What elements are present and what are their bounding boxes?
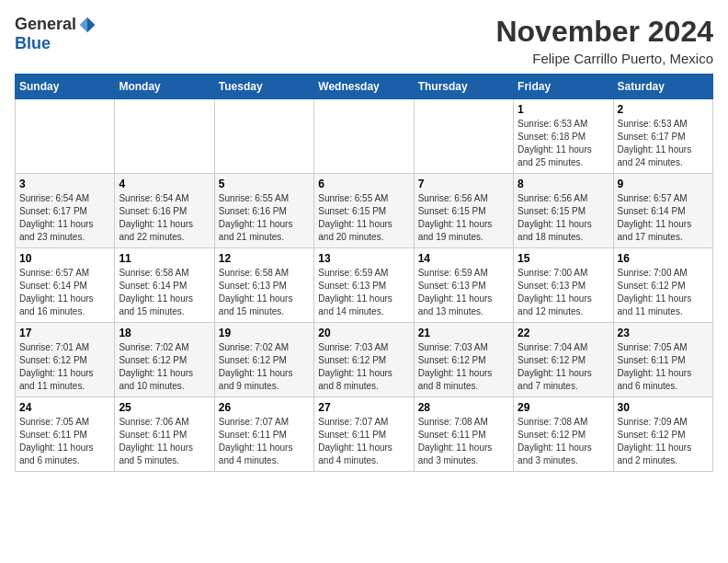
calendar-cell: 12Sunrise: 6:58 AM Sunset: 6:13 PM Dayli… (214, 248, 313, 323)
day-detail: Sunrise: 6:58 AM Sunset: 6:13 PM Dayligh… (219, 267, 310, 318)
calendar-cell: 30Sunrise: 7:09 AM Sunset: 6:12 PM Dayli… (613, 397, 712, 472)
day-detail: Sunrise: 7:07 AM Sunset: 6:11 PM Dayligh… (318, 416, 409, 467)
day-number: 12 (219, 252, 310, 265)
calendar-cell: 25Sunrise: 7:06 AM Sunset: 6:11 PM Dayli… (115, 397, 214, 472)
svg-marker-1 (80, 17, 87, 32)
day-number: 21 (418, 327, 509, 339)
week-row-4: 17Sunrise: 7:01 AM Sunset: 6:12 PM Dayli… (16, 323, 713, 397)
day-detail: Sunrise: 7:03 AM Sunset: 6:12 PM Dayligh… (418, 341, 509, 393)
day-number: 11 (119, 252, 210, 265)
day-number: 8 (518, 178, 609, 190)
day-number: 28 (418, 401, 509, 414)
calendar-cell: 23Sunrise: 7:05 AM Sunset: 6:11 PM Dayli… (613, 323, 712, 397)
day-number: 18 (119, 327, 210, 339)
day-number: 25 (119, 401, 210, 414)
calendar-cell: 18Sunrise: 7:02 AM Sunset: 6:12 PM Dayli… (115, 323, 214, 397)
day-detail: Sunrise: 7:09 AM Sunset: 6:12 PM Dayligh… (618, 416, 709, 467)
calendar-cell (115, 99, 214, 174)
weekday-header-friday: Friday (514, 75, 613, 99)
day-number: 7 (418, 178, 509, 190)
day-detail: Sunrise: 7:05 AM Sunset: 6:11 PM Dayligh… (618, 341, 709, 393)
calendar-cell: 24Sunrise: 7:05 AM Sunset: 6:11 PM Dayli… (16, 397, 115, 472)
weekday-header-thursday: Thursday (414, 75, 513, 99)
calendar-cell: 15Sunrise: 7:00 AM Sunset: 6:13 PM Dayli… (514, 248, 613, 323)
day-detail: Sunrise: 7:08 AM Sunset: 6:12 PM Dayligh… (518, 416, 609, 467)
logo-blue-text: Blue (15, 34, 51, 53)
calendar-cell: 29Sunrise: 7:08 AM Sunset: 6:12 PM Dayli… (514, 397, 613, 472)
day-detail: Sunrise: 6:53 AM Sunset: 6:17 PM Dayligh… (618, 118, 709, 169)
weekday-header-wednesday: Wednesday (314, 75, 414, 99)
day-number: 20 (318, 327, 409, 339)
day-detail: Sunrise: 7:08 AM Sunset: 6:11 PM Dayligh… (418, 416, 509, 467)
day-number: 15 (518, 252, 609, 265)
calendar-cell (314, 99, 414, 174)
weekday-header-row: SundayMondayTuesdayWednesdayThursdayFrid… (16, 75, 713, 99)
day-detail: Sunrise: 7:05 AM Sunset: 6:11 PM Dayligh… (19, 416, 110, 467)
calendar-cell: 4Sunrise: 6:54 AM Sunset: 6:16 PM Daylig… (115, 174, 214, 248)
day-detail: Sunrise: 7:01 AM Sunset: 6:12 PM Dayligh… (19, 341, 110, 393)
calendar-cell: 5Sunrise: 6:55 AM Sunset: 6:16 PM Daylig… (214, 174, 313, 248)
calendar-cell: 3Sunrise: 6:54 AM Sunset: 6:17 PM Daylig… (16, 174, 115, 248)
day-number: 29 (518, 401, 609, 414)
day-detail: Sunrise: 6:55 AM Sunset: 6:16 PM Dayligh… (219, 192, 310, 244)
weekday-header-monday: Monday (115, 75, 214, 99)
logo-icon (78, 16, 97, 34)
calendar-cell: 27Sunrise: 7:07 AM Sunset: 6:11 PM Dayli… (314, 397, 414, 472)
logo-general-text: General (15, 15, 76, 34)
calendar-cell: 22Sunrise: 7:04 AM Sunset: 6:12 PM Dayli… (514, 323, 613, 397)
calendar-cell: 6Sunrise: 6:55 AM Sunset: 6:15 PM Daylig… (314, 174, 414, 248)
day-detail: Sunrise: 6:53 AM Sunset: 6:18 PM Dayligh… (518, 118, 609, 169)
day-detail: Sunrise: 6:56 AM Sunset: 6:15 PM Dayligh… (418, 192, 509, 244)
calendar-cell (414, 99, 513, 174)
day-detail: Sunrise: 7:02 AM Sunset: 6:12 PM Dayligh… (119, 341, 210, 393)
day-detail: Sunrise: 6:54 AM Sunset: 6:17 PM Dayligh… (19, 192, 110, 244)
weekday-header-tuesday: Tuesday (214, 75, 313, 99)
day-number: 5 (219, 178, 310, 190)
calendar-cell: 1Sunrise: 6:53 AM Sunset: 6:18 PM Daylig… (514, 99, 613, 174)
day-detail: Sunrise: 7:07 AM Sunset: 6:11 PM Dayligh… (219, 416, 310, 467)
day-detail: Sunrise: 6:57 AM Sunset: 6:14 PM Dayligh… (618, 192, 709, 244)
week-row-1: 1Sunrise: 6:53 AM Sunset: 6:18 PM Daylig… (16, 99, 713, 174)
day-number: 3 (19, 178, 110, 190)
day-number: 14 (418, 252, 509, 265)
day-number: 10 (19, 252, 110, 265)
logo: General Blue (15, 15, 97, 53)
day-number: 1 (518, 103, 609, 116)
day-detail: Sunrise: 6:57 AM Sunset: 6:14 PM Dayligh… (19, 267, 110, 318)
day-number: 13 (318, 252, 409, 265)
day-detail: Sunrise: 7:02 AM Sunset: 6:12 PM Dayligh… (219, 341, 310, 393)
calendar-cell: 11Sunrise: 6:58 AM Sunset: 6:14 PM Dayli… (115, 248, 214, 323)
day-number: 27 (318, 401, 409, 414)
svg-marker-0 (87, 17, 95, 32)
calendar-cell: 28Sunrise: 7:08 AM Sunset: 6:11 PM Dayli… (414, 397, 513, 472)
calendar-cell: 20Sunrise: 7:03 AM Sunset: 6:12 PM Dayli… (314, 323, 414, 397)
location: Felipe Carrillo Puerto, Mexico (495, 51, 713, 66)
calendar-cell: 21Sunrise: 7:03 AM Sunset: 6:12 PM Dayli… (414, 323, 513, 397)
calendar-table: SundayMondayTuesdayWednesdayThursdayFrid… (15, 74, 713, 472)
calendar-cell: 10Sunrise: 6:57 AM Sunset: 6:14 PM Dayli… (16, 248, 115, 323)
day-number: 26 (219, 401, 310, 414)
calendar-cell (214, 99, 313, 174)
calendar-cell: 17Sunrise: 7:01 AM Sunset: 6:12 PM Dayli… (16, 323, 115, 397)
calendar-cell: 9Sunrise: 6:57 AM Sunset: 6:14 PM Daylig… (613, 174, 712, 248)
day-number: 19 (219, 327, 310, 339)
day-detail: Sunrise: 7:03 AM Sunset: 6:12 PM Dayligh… (318, 341, 409, 393)
day-number: 2 (618, 103, 709, 116)
title-area: November 2024 Felipe Carrillo Puerto, Me… (495, 15, 713, 66)
header: General Blue November 2024 Felipe Carril… (15, 15, 713, 66)
day-detail: Sunrise: 6:58 AM Sunset: 6:14 PM Dayligh… (119, 267, 210, 318)
calendar-cell: 7Sunrise: 6:56 AM Sunset: 6:15 PM Daylig… (414, 174, 513, 248)
day-detail: Sunrise: 6:56 AM Sunset: 6:15 PM Dayligh… (518, 192, 609, 244)
day-detail: Sunrise: 6:59 AM Sunset: 6:13 PM Dayligh… (318, 267, 409, 318)
day-detail: Sunrise: 6:54 AM Sunset: 6:16 PM Dayligh… (119, 192, 210, 244)
day-number: 17 (19, 327, 110, 339)
week-row-3: 10Sunrise: 6:57 AM Sunset: 6:14 PM Dayli… (16, 248, 713, 323)
day-number: 23 (618, 327, 709, 339)
day-number: 6 (318, 178, 409, 190)
day-detail: Sunrise: 6:55 AM Sunset: 6:15 PM Dayligh… (318, 192, 409, 244)
calendar-cell: 2Sunrise: 6:53 AM Sunset: 6:17 PM Daylig… (613, 99, 712, 174)
day-number: 4 (119, 178, 210, 190)
month-title: November 2024 (495, 15, 713, 49)
day-number: 22 (518, 327, 609, 339)
day-number: 24 (19, 401, 110, 414)
